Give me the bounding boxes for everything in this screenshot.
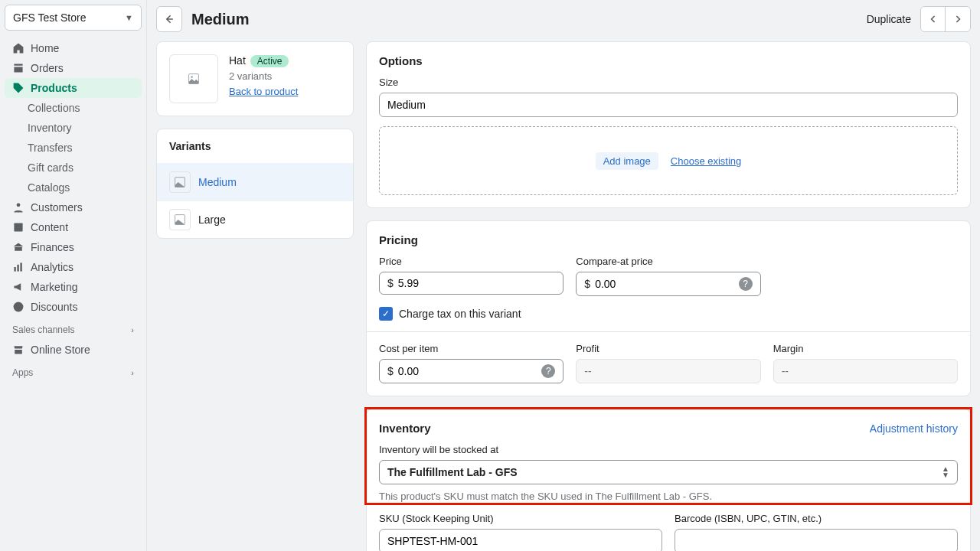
nav-gift-cards[interactable]: Gift cards xyxy=(5,158,142,178)
cost-label: Cost per item xyxy=(379,343,564,354)
nav-discounts[interactable]: Discounts xyxy=(5,297,142,317)
chevron-right-icon: › xyxy=(131,368,134,377)
discounts-icon xyxy=(12,301,24,313)
variant-row-medium[interactable]: Medium xyxy=(157,163,353,201)
size-label: Size xyxy=(379,77,958,88)
margin-value: -- xyxy=(773,359,958,383)
svg-rect-1 xyxy=(14,223,22,231)
product-thumbnail xyxy=(169,54,218,103)
nav-finances[interactable]: Finances xyxy=(5,237,142,257)
nav-catalogs[interactable]: Catalogs xyxy=(5,178,142,197)
analytics-icon xyxy=(12,261,24,273)
nav-collections[interactable]: Collections xyxy=(5,98,142,118)
sku-note: This product's SKU must match the SKU us… xyxy=(379,491,958,502)
options-title: Options xyxy=(379,54,958,67)
sales-channels-header[interactable]: Sales channels› xyxy=(5,317,142,340)
next-variant-button[interactable] xyxy=(946,7,970,31)
compare-price-input[interactable]: $? xyxy=(576,272,760,296)
main-content: Medium Duplicate HatActive 2 variants xyxy=(147,0,980,551)
caret-down-icon: ▼ xyxy=(125,13,133,22)
nav-content[interactable]: Content xyxy=(5,217,142,237)
help-icon[interactable]: ? xyxy=(541,364,555,378)
adjustment-history-link[interactable]: Adjustment history xyxy=(870,422,958,435)
nav-marketing[interactable]: Marketing xyxy=(5,277,142,297)
pricing-title: Pricing xyxy=(379,233,958,246)
duplicate-button[interactable]: Duplicate xyxy=(867,13,911,25)
back-button[interactable] xyxy=(156,6,182,32)
prev-variant-button[interactable] xyxy=(921,7,946,31)
products-icon xyxy=(12,82,24,94)
store-name: GFS Test Store xyxy=(13,11,86,24)
nav-inventory[interactable]: Inventory xyxy=(5,118,142,138)
svg-point-7 xyxy=(191,76,192,77)
stocked-label: Inventory will be stocked at xyxy=(379,444,958,455)
sku-input[interactable] xyxy=(379,529,662,551)
margin-label: Margin xyxy=(773,343,958,354)
store-selector[interactable]: GFS Test Store ▼ xyxy=(5,5,142,31)
compare-label: Compare-at price xyxy=(576,256,760,267)
status-badge: Active xyxy=(250,55,289,67)
nav-home[interactable]: Home xyxy=(5,38,142,58)
profit-value: -- xyxy=(576,359,760,383)
nav-transfers[interactable]: Transfers xyxy=(5,138,142,158)
home-icon xyxy=(12,42,24,54)
svg-point-5 xyxy=(14,302,24,312)
svg-rect-3 xyxy=(17,265,18,272)
image-icon xyxy=(169,171,191,193)
image-icon xyxy=(169,209,191,230)
svg-rect-4 xyxy=(20,262,21,271)
sku-label: SKU (Stock Keeping Unit) xyxy=(379,513,662,524)
apps-header[interactable]: Apps› xyxy=(5,360,142,383)
add-image-button[interactable]: Add image xyxy=(596,152,658,170)
price-label: Price xyxy=(379,256,564,267)
nav-customers[interactable]: Customers xyxy=(5,197,142,217)
svg-point-0 xyxy=(17,203,21,207)
size-input[interactable] xyxy=(379,93,958,117)
nav-online-store[interactable]: Online Store xyxy=(5,340,142,360)
sidebar: GFS Test Store ▼ Home Orders Products Co… xyxy=(0,0,147,551)
stocked-select[interactable]: The Fulfillment Lab - GFS ▲▼ xyxy=(379,460,958,484)
variant-row-large[interactable]: Large xyxy=(157,201,353,238)
cost-input[interactable]: $? xyxy=(379,359,564,383)
tax-label: Charge tax on this variant xyxy=(399,308,521,320)
select-arrows-icon: ▲▼ xyxy=(942,466,949,478)
barcode-label: Barcode (ISBN, UPC, GTIN, etc.) xyxy=(675,513,958,524)
store-icon xyxy=(12,344,24,356)
price-input[interactable]: $ xyxy=(379,272,564,295)
orders-icon xyxy=(12,62,24,74)
image-dropzone[interactable]: Add image Choose existing xyxy=(379,126,958,195)
choose-existing-link[interactable]: Choose existing xyxy=(671,155,742,167)
variant-count: 2 variants xyxy=(229,70,298,82)
product-name: Hat xyxy=(229,54,246,67)
help-icon[interactable]: ? xyxy=(739,277,753,291)
svg-rect-2 xyxy=(14,267,15,272)
nav-analytics[interactable]: Analytics xyxy=(5,257,142,277)
tax-checkbox[interactable]: ✓ xyxy=(379,307,393,321)
customers-icon xyxy=(12,201,24,214)
nav-products[interactable]: Products xyxy=(5,78,142,98)
page-title: Medium xyxy=(191,11,250,28)
back-to-product-link[interactable]: Back to product xyxy=(229,86,298,97)
profit-label: Profit xyxy=(576,343,760,354)
variants-title: Variants xyxy=(157,129,353,163)
barcode-input[interactable] xyxy=(675,529,958,551)
finances-icon xyxy=(12,241,24,253)
chevron-right-icon: › xyxy=(131,325,134,334)
content-icon xyxy=(12,221,24,233)
inventory-title: Inventory xyxy=(379,422,431,435)
nav-orders[interactable]: Orders xyxy=(5,58,142,78)
marketing-icon xyxy=(12,281,24,293)
